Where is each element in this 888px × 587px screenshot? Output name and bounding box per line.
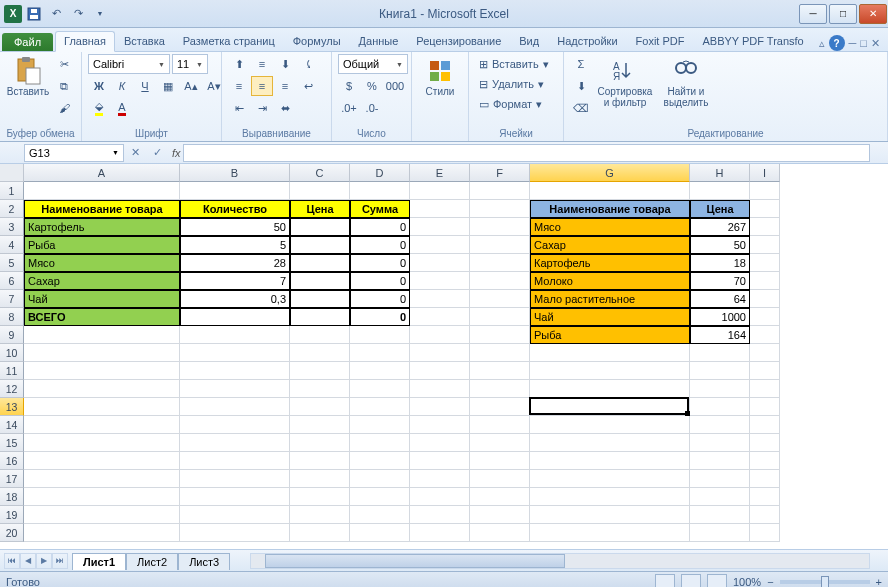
cell-C3[interactable] [290, 218, 350, 236]
cell-A3[interactable]: Картофель [24, 218, 180, 236]
number-format-combo[interactable]: Общий▼ [338, 54, 408, 74]
cell-A12[interactable] [24, 380, 180, 398]
cell-C15[interactable] [290, 434, 350, 452]
cell-B9[interactable] [180, 326, 290, 344]
ribbon-minimize-icon[interactable]: ▵ [819, 37, 825, 50]
ribbon-tab-8[interactable]: Foxit PDF [627, 31, 694, 51]
cell-G7[interactable]: Мало растительное [530, 290, 690, 308]
cell-E17[interactable] [410, 470, 470, 488]
cell-C12[interactable] [290, 380, 350, 398]
ribbon-tab-9[interactable]: ABBYY PDF Transfo [693, 31, 812, 51]
align-center-button[interactable]: ≡ [251, 76, 273, 96]
save-button[interactable] [24, 4, 44, 24]
row-header-13[interactable]: 13 [0, 398, 24, 416]
cell-A7[interactable]: Чай [24, 290, 180, 308]
cell-B20[interactable] [180, 524, 290, 542]
row-header-12[interactable]: 12 [0, 380, 24, 398]
autosum-button[interactable]: Σ [570, 54, 592, 74]
cell-H2[interactable]: Цена [690, 200, 750, 218]
cell-I6[interactable] [750, 272, 780, 290]
cell-H17[interactable] [690, 470, 750, 488]
wrap-text-button[interactable]: ↩ [297, 76, 319, 96]
row-header-9[interactable]: 9 [0, 326, 24, 344]
col-header-F[interactable]: F [470, 164, 530, 182]
row-header-6[interactable]: 6 [0, 272, 24, 290]
cell-A1[interactable] [24, 182, 180, 200]
currency-button[interactable]: $ [338, 76, 360, 96]
align-right-button[interactable]: ≡ [274, 76, 296, 96]
doc-close-icon[interactable]: ✕ [871, 37, 880, 50]
cell-B15[interactable] [180, 434, 290, 452]
page-layout-view-button[interactable] [681, 574, 701, 588]
cell-I13[interactable] [750, 398, 780, 416]
cell-B12[interactable] [180, 380, 290, 398]
cell-G17[interactable] [530, 470, 690, 488]
cell-C10[interactable] [290, 344, 350, 362]
fx-icon[interactable]: fx [172, 147, 181, 159]
cell-A19[interactable] [24, 506, 180, 524]
cell-A2[interactable]: Наименование товара [24, 200, 180, 218]
cell-D14[interactable] [350, 416, 410, 434]
cell-I3[interactable] [750, 218, 780, 236]
cell-grid[interactable]: Наименование товараКоличествоЦенаСуммаНа… [24, 182, 780, 542]
cell-G16[interactable] [530, 452, 690, 470]
ribbon-tab-2[interactable]: Разметка страниц [174, 31, 284, 51]
cell-I15[interactable] [750, 434, 780, 452]
cell-H12[interactable] [690, 380, 750, 398]
cell-F12[interactable] [470, 380, 530, 398]
font-color-button[interactable]: A [111, 98, 133, 118]
horizontal-scrollbar[interactable] [250, 553, 870, 569]
cell-C6[interactable] [290, 272, 350, 290]
cell-H8[interactable]: 1000 [690, 308, 750, 326]
enter-formula-icon[interactable]: ✓ [146, 146, 168, 159]
cell-G4[interactable]: Сахар [530, 236, 690, 254]
cell-D13[interactable] [350, 398, 410, 416]
cell-D17[interactable] [350, 470, 410, 488]
sheet-tab-0[interactable]: Лист1 [72, 553, 126, 570]
cell-E6[interactable] [410, 272, 470, 290]
cell-G11[interactable] [530, 362, 690, 380]
cell-B4[interactable]: 5 [180, 236, 290, 254]
tab-last-button[interactable]: ⏭ [52, 553, 68, 569]
cell-G20[interactable] [530, 524, 690, 542]
ribbon-tab-5[interactable]: Рецензирование [407, 31, 510, 51]
cell-G9[interactable]: Рыба [530, 326, 690, 344]
cell-I10[interactable] [750, 344, 780, 362]
cell-I1[interactable] [750, 182, 780, 200]
col-header-A[interactable]: A [24, 164, 180, 182]
page-break-view-button[interactable] [707, 574, 727, 588]
cell-G12[interactable] [530, 380, 690, 398]
cell-D16[interactable] [350, 452, 410, 470]
cell-A15[interactable] [24, 434, 180, 452]
cell-F20[interactable] [470, 524, 530, 542]
row-header-18[interactable]: 18 [0, 488, 24, 506]
cell-H4[interactable]: 50 [690, 236, 750, 254]
cell-G13[interactable] [530, 398, 690, 416]
row-header-1[interactable]: 1 [0, 182, 24, 200]
comma-button[interactable]: 000 [384, 76, 406, 96]
cell-E9[interactable] [410, 326, 470, 344]
cell-D9[interactable] [350, 326, 410, 344]
cell-I16[interactable] [750, 452, 780, 470]
maximize-button[interactable]: □ [829, 4, 857, 24]
fill-color-button[interactable]: ⬙ [88, 98, 110, 118]
cell-A9[interactable] [24, 326, 180, 344]
cell-C7[interactable] [290, 290, 350, 308]
cell-H7[interactable]: 64 [690, 290, 750, 308]
cell-E5[interactable] [410, 254, 470, 272]
cell-H11[interactable] [690, 362, 750, 380]
tab-next-button[interactable]: ▶ [36, 553, 52, 569]
cell-G18[interactable] [530, 488, 690, 506]
cell-F7[interactable] [470, 290, 530, 308]
grow-font-button[interactable]: A▴ [180, 76, 202, 96]
cell-C8[interactable] [290, 308, 350, 326]
help-icon[interactable]: ? [829, 35, 845, 51]
cell-I12[interactable] [750, 380, 780, 398]
cell-G2[interactable]: Наименование товара [530, 200, 690, 218]
tab-first-button[interactable]: ⏮ [4, 553, 20, 569]
cell-H5[interactable]: 18 [690, 254, 750, 272]
cell-G5[interactable]: Картофель [530, 254, 690, 272]
ribbon-tab-7[interactable]: Надстройки [548, 31, 626, 51]
cell-A4[interactable]: Рыба [24, 236, 180, 254]
cell-G3[interactable]: Мясо [530, 218, 690, 236]
